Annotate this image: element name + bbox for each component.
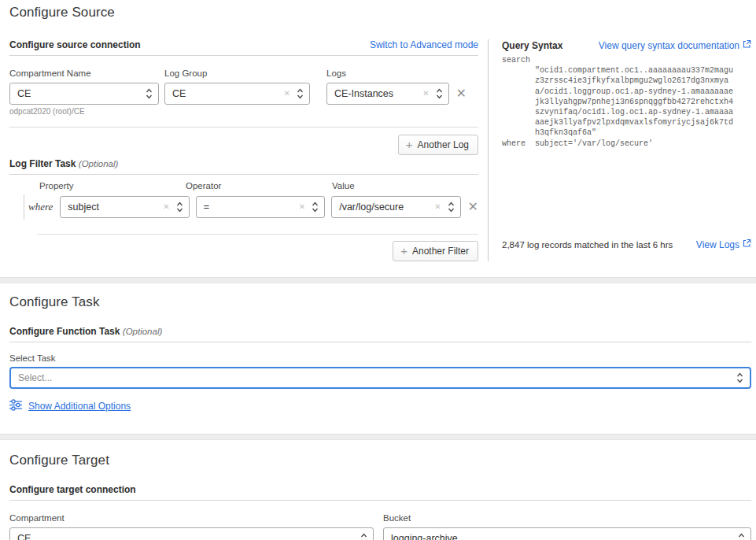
remove-filter-icon[interactable]: ✕ [468,201,478,213]
value-select[interactable]: /var/log/secure ✕ [331,196,460,218]
property-value: subject [68,202,160,213]
configure-target-section: Configure Target Configure target connec… [0,453,756,540]
property-column-label: Property [39,181,186,190]
updown-icon[interactable] [176,201,183,213]
task-select[interactable]: Select... [9,367,751,389]
compartment-name-value: CE [17,88,146,99]
operator-select[interactable]: = ✕ [196,196,325,218]
updown-icon[interactable] [738,532,745,540]
source-connection-header: Configure source connection [9,39,141,50]
view-query-docs-label: View query syntax documentation [599,40,739,51]
query-text: search "ocid1.compartment.oc1..aaaaaaaau… [502,55,751,149]
updown-icon[interactable] [448,201,455,213]
updown-icon[interactable] [146,87,153,100]
bucket-select[interactable]: logging-archive [383,527,751,540]
another-filter-button[interactable]: + Another Filter [393,241,478,261]
log-group-value: CE [172,88,281,99]
function-task-title: Configure Function Task [9,326,120,337]
section-separator [0,434,756,440]
configure-target-title: Configure Target [9,453,751,468]
query-syntax-title: Query Syntax [502,40,562,51]
external-link-icon [742,39,751,51]
updown-icon[interactable] [436,87,443,100]
switch-to-advanced-mode-link[interactable]: Switch to Advanced mode [370,39,478,50]
remove-log-icon[interactable]: ✕ [456,87,467,100]
target-compartment-label: Compartment [9,513,374,523]
logs-value: CE-Instances [334,88,419,99]
clear-icon[interactable]: ✕ [160,203,175,211]
section-separator [0,277,756,283]
configure-source-title: Configure Source [9,5,751,20]
target-compartment-select[interactable]: CE [9,527,374,540]
function-task-optional-label: (Optional) [123,327,163,336]
filter-group-bar [24,194,24,220]
operator-value: = [204,202,296,213]
sliders-icon [9,399,22,413]
logs-select[interactable]: CE-Instances ✕ [326,83,449,105]
configure-function-task-header: Configure Function Task (Optional) [9,326,751,342]
value-column-label: Value [332,181,355,190]
query-syntax-panel: Query Syntax View query syntax documenta… [488,39,751,261]
clear-icon[interactable]: ✕ [281,90,297,98]
compartment-name-select[interactable]: CE [9,83,159,105]
filter-row: where subject ✕ = ✕ /var/log/sec [9,194,478,220]
plus-icon: + [400,245,408,257]
bucket-value: logging-archive [391,533,738,540]
view-logs-label: View Logs [696,239,739,250]
view-query-docs-link[interactable]: View query syntax documentation [599,39,751,51]
compartment-name-label: Compartment Name [9,68,159,78]
updown-icon[interactable] [312,201,319,213]
log-group-select[interactable]: CE ✕ [164,83,310,105]
log-filter-optional-label: (Optional) [79,159,119,168]
target-compartment-value: CE [17,533,360,540]
clear-icon[interactable]: ✕ [296,203,312,211]
another-log-label: Another Log [418,139,469,150]
source-grid: Configure source connection Switch to Ad… [9,39,751,261]
bucket-label: Bucket [383,513,751,523]
where-label: where [28,201,53,213]
property-select[interactable]: subject ✕ [60,196,189,218]
task-select-placeholder: Select... [18,372,736,383]
log-filter-task-header: Log Filter Task (Optional) [9,158,478,175]
external-link-icon [742,239,751,250]
compartment-helper-text: odpcat2020 (root)/CE [9,107,159,116]
configure-task-section: Configure Task Configure Function Task (… [0,294,756,413]
value-value: /var/log/secure [339,202,431,213]
configure-task-title: Configure Task [9,294,751,310]
log-records-count: 2,847 log records matched in the last 6 … [502,240,673,250]
operator-column-label: Operator [186,181,332,190]
configure-source-section: Configure Source Configure source connec… [0,0,756,261]
another-filter-label: Another Filter [412,246,469,257]
updown-icon[interactable] [736,372,743,384]
clear-icon[interactable]: ✕ [431,203,447,211]
show-additional-options-link[interactable]: Show Additional Options [28,401,131,412]
log-filter-task-title: Log Filter Task [9,158,76,169]
clear-icon[interactable]: ✕ [419,90,435,98]
source-connection-panel: Configure source connection Switch to Ad… [9,39,478,261]
another-log-button[interactable]: + Another Log [398,135,478,155]
view-logs-link[interactable]: View Logs [696,239,751,250]
target-connection-title: Configure target connection [9,484,136,495]
updown-icon[interactable] [297,87,304,100]
target-connection-header: Configure target connection [9,484,751,501]
divider [37,234,478,235]
logs-label: Logs [326,68,467,78]
select-task-label: Select Task [9,353,751,363]
log-group-label: Log Group [164,68,310,78]
plus-icon: + [406,139,413,150]
updown-icon[interactable] [360,532,367,540]
divider [9,127,478,128]
